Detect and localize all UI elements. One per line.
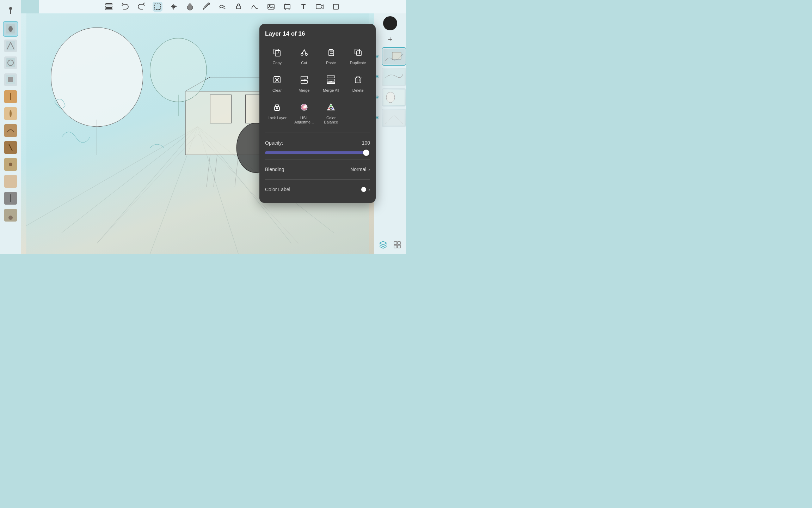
clear-icon <box>271 73 283 86</box>
tool-image[interactable] <box>266 2 276 12</box>
tool-eyedropper[interactable] <box>201 2 211 12</box>
tool-crop[interactable] <box>331 2 341 12</box>
action-copy[interactable]: Copy <box>265 43 289 68</box>
layer-thumb-2[interactable] <box>382 68 406 86</box>
layer-row-3: 👁 <box>374 88 406 107</box>
svg-rect-92 <box>327 76 335 78</box>
svg-point-102 <box>304 105 307 108</box>
color-picker[interactable] <box>383 16 397 30</box>
svg-rect-9 <box>333 4 338 9</box>
cut-icon <box>298 46 310 59</box>
blending-row[interactable]: Blending Normal › <box>265 163 370 176</box>
svg-rect-5 <box>268 4 274 9</box>
brush-size-control[interactable] <box>3 3 18 18</box>
svg-point-77 <box>305 53 307 55</box>
brush-item-10[interactable] <box>3 174 18 189</box>
action-merge[interactable]: Merge <box>292 71 316 95</box>
opacity-thumb[interactable] <box>363 150 369 156</box>
paste-icon <box>325 46 337 59</box>
hsl-label: HSL Adjustme... <box>294 116 315 124</box>
tool-curve[interactable] <box>250 2 260 12</box>
tool-smudge[interactable] <box>217 2 227 12</box>
svg-rect-0 <box>106 4 112 5</box>
svg-rect-7 <box>284 5 290 9</box>
svg-point-10 <box>9 7 12 10</box>
svg-rect-63 <box>392 52 401 59</box>
tool-undo[interactable] <box>120 2 130 12</box>
action-duplicate[interactable]: Duplicate <box>346 43 370 68</box>
blending-chevron: › <box>368 167 370 172</box>
svg-point-22 <box>10 110 12 117</box>
hsl-icon <box>298 101 310 114</box>
svg-rect-67 <box>383 110 405 126</box>
tool-layers[interactable] <box>104 2 114 12</box>
brush-item-2[interactable] <box>3 38 18 54</box>
brush-item-5[interactable] <box>3 89 18 104</box>
color-balance-label: Color Balance <box>320 116 342 124</box>
clear-label: Clear <box>272 88 282 92</box>
tool-select[interactable] <box>153 2 162 12</box>
color-label-value: › <box>361 187 370 192</box>
brush-item-8[interactable] <box>3 140 18 155</box>
lock-icon <box>271 101 283 114</box>
tool-perspective[interactable] <box>282 2 292 12</box>
copy-label: Copy <box>272 61 282 65</box>
svg-rect-3 <box>155 4 160 10</box>
svg-rect-96 <box>355 78 361 83</box>
svg-line-79 <box>304 50 306 53</box>
svg-rect-85 <box>355 49 359 54</box>
tool-stamp[interactable] <box>234 2 244 12</box>
svg-rect-46 <box>210 95 231 123</box>
svg-rect-89 <box>301 76 307 79</box>
tool-redo[interactable] <box>136 2 146 12</box>
color-label-row[interactable]: Color Label › <box>265 183 370 196</box>
action-delete[interactable]: Delete <box>346 71 370 95</box>
action-cut[interactable]: Cut <box>292 43 316 68</box>
svg-rect-15 <box>6 58 15 67</box>
brush-item-7[interactable] <box>3 123 18 138</box>
action-lock-layer[interactable]: Lock Layer <box>265 98 289 127</box>
svg-point-104 <box>328 108 330 110</box>
brush-item-1[interactable] <box>3 21 18 37</box>
copy-icon <box>271 46 283 59</box>
merge-label: Merge <box>299 88 309 92</box>
popup-title: Layer 14 of 16 <box>265 30 370 37</box>
opacity-track[interactable] <box>265 151 370 154</box>
layer-thumb-4[interactable] <box>382 109 406 127</box>
brush-item-6[interactable] <box>3 106 18 121</box>
layer-thumb-1[interactable] <box>382 47 406 66</box>
color-label-dot <box>361 187 366 192</box>
blending-label: Blending <box>265 167 284 172</box>
brush-item-12[interactable] <box>3 207 18 223</box>
opacity-slider[interactable] <box>265 151 370 154</box>
right-layers-panel: + 👁 👁 👁 <box>374 13 406 254</box>
grid-icon[interactable] <box>392 239 403 250</box>
svg-rect-28 <box>6 177 15 186</box>
action-paste[interactable]: Paste <box>319 43 343 68</box>
popup-divider-1 <box>265 133 370 133</box>
tool-transform[interactable] <box>169 2 179 12</box>
layers-icon[interactable] <box>377 239 389 250</box>
svg-point-76 <box>301 53 303 55</box>
svg-rect-70 <box>394 242 397 244</box>
brush-item-9[interactable] <box>3 157 18 172</box>
brush-item-4[interactable] <box>3 72 18 87</box>
layer-popup: Layer 14 of 16 Copy <box>259 24 376 203</box>
brush-item-11[interactable] <box>3 190 18 206</box>
layer-thumb-3[interactable] <box>382 88 406 107</box>
svg-rect-1 <box>106 6 112 7</box>
action-hsl[interactable]: HSL Adjustme... <box>292 98 316 127</box>
tool-video[interactable] <box>315 2 325 12</box>
tool-fill[interactable] <box>185 2 195 12</box>
action-merge-all[interactable]: Merge All <box>319 71 343 95</box>
brush-item-3[interactable] <box>3 55 18 71</box>
delete-label: Delete <box>352 88 364 92</box>
action-color-balance[interactable]: Color Balance <box>319 98 343 127</box>
svg-point-106 <box>330 105 332 107</box>
add-layer-button[interactable]: + <box>385 34 396 45</box>
tool-text[interactable]: T <box>299 2 308 12</box>
action-clear[interactable]: Clear <box>265 71 289 95</box>
merge-all-icon <box>325 73 337 86</box>
svg-rect-81 <box>329 50 334 56</box>
svg-point-27 <box>9 163 12 166</box>
